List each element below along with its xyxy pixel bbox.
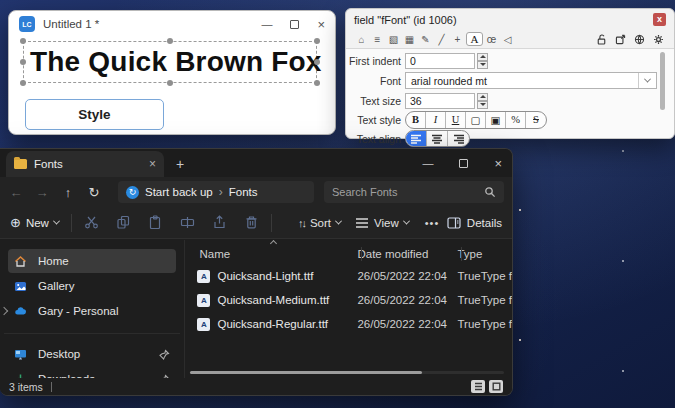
inspector-titlebar[interactable]: field "fFont" (id 1006) x bbox=[346, 9, 674, 30]
contents-icon[interactable]: ≡ bbox=[370, 34, 385, 45]
search-box[interactable] bbox=[324, 181, 504, 203]
file-row[interactable]: A Quicksand-Regular.ttf 26/05/2022 22:04… bbox=[185, 312, 512, 336]
delete-icon[interactable] bbox=[244, 215, 259, 230]
underline-button[interactable]: U bbox=[446, 112, 466, 128]
table-icon[interactable]: ▦ bbox=[402, 34, 417, 45]
sidebar-item-gallery[interactable]: Gallery bbox=[8, 274, 176, 298]
selection-handle[interactable] bbox=[314, 80, 320, 86]
send-icon[interactable] bbox=[612, 33, 628, 46]
horizontal-scrollbar[interactable] bbox=[190, 371, 504, 374]
bold-button[interactable]: B bbox=[406, 112, 426, 128]
selected-text-field[interactable]: The Quick Brown Fox bbox=[23, 41, 317, 83]
gallery-icon bbox=[14, 280, 29, 293]
inspector-close-button[interactable]: x bbox=[653, 13, 666, 26]
sidebar-item-onedrive[interactable]: Gary - Personal bbox=[8, 299, 176, 323]
explorer-tab-fonts[interactable]: Fonts × bbox=[6, 151, 164, 177]
folder-icon bbox=[14, 159, 27, 169]
colors-icon[interactable]: ▧ bbox=[386, 34, 401, 45]
inspector-scrollbar[interactable] bbox=[660, 52, 665, 110]
line-icon[interactable]: ╱ bbox=[434, 34, 449, 45]
details-button[interactable]: Details bbox=[447, 216, 502, 230]
gear-icon[interactable] bbox=[650, 33, 666, 46]
globe-icon[interactable] bbox=[631, 33, 647, 46]
box-style-button[interactable]: ▢ bbox=[466, 112, 486, 128]
font-combobox[interactable]: arial rounded mt bbox=[405, 72, 657, 89]
up-icon[interactable]: ↑ bbox=[60, 185, 76, 200]
sort-arrows-icon: ↑↓ bbox=[298, 217, 305, 229]
copy-icon[interactable] bbox=[116, 215, 131, 230]
minimize-icon[interactable]: — bbox=[422, 158, 433, 169]
selection-handle[interactable] bbox=[20, 38, 26, 44]
close-icon[interactable]: × bbox=[494, 157, 502, 170]
search-icon[interactable] bbox=[484, 186, 496, 198]
column-date-modified[interactable]: Date modified bbox=[357, 248, 457, 260]
rename-icon[interactable] bbox=[180, 215, 195, 230]
new-label: New bbox=[26, 217, 49, 229]
selection-handle[interactable] bbox=[20, 59, 26, 65]
new-button[interactable]: ⊕ New bbox=[10, 215, 59, 230]
selection-handle[interactable] bbox=[314, 59, 320, 65]
text-properties-tab[interactable]: A bbox=[466, 32, 483, 46]
code-icon[interactable]: œ bbox=[484, 34, 499, 45]
sidebar-item-label: Desktop bbox=[38, 348, 80, 360]
breadcrumb-folder[interactable]: Fonts bbox=[229, 186, 258, 198]
sidebar-item-home[interactable]: Home bbox=[8, 249, 176, 273]
back-icon[interactable]: ← bbox=[8, 185, 24, 200]
paste-icon[interactable] bbox=[148, 215, 163, 230]
new-tab-button[interactable]: + bbox=[176, 151, 184, 177]
breadcrumb[interactable]: ↻ Start back up › Fonts bbox=[118, 181, 314, 203]
threed-box-button[interactable]: ▣ bbox=[486, 112, 506, 128]
selection-handle[interactable] bbox=[20, 80, 26, 86]
home-icon[interactable]: ⌂ bbox=[354, 34, 369, 45]
forward-icon[interactable]: → bbox=[34, 185, 50, 200]
large-icons-view-toggle[interactable] bbox=[489, 380, 503, 393]
maximize-icon[interactable] bbox=[459, 159, 468, 168]
refresh-icon[interactable]: ↻ bbox=[86, 185, 102, 200]
details-view-toggle[interactable] bbox=[471, 380, 485, 393]
scrollbar-thumb[interactable] bbox=[190, 371, 422, 374]
chevron-expand-icon[interactable] bbox=[0, 307, 8, 315]
font-file-icon: A bbox=[197, 294, 210, 307]
more-options-button[interactable]: ••• bbox=[425, 217, 440, 229]
livecode-app-icon: LC bbox=[19, 16, 35, 32]
file-date: 26/05/2022 22:04 bbox=[357, 318, 457, 330]
text-size-input[interactable]: 36 bbox=[405, 93, 475, 109]
link-style-button[interactable]: % bbox=[506, 112, 526, 128]
first-indent-stepper[interactable] bbox=[477, 53, 488, 69]
font-file-icon: A bbox=[197, 318, 210, 331]
italic-button[interactable]: I bbox=[426, 112, 446, 128]
file-row[interactable]: A Quicksand-Light.ttf 26/05/2022 22:04 T… bbox=[185, 264, 512, 288]
text-size-stepper[interactable] bbox=[477, 93, 488, 109]
livecode-titlebar[interactable]: LC Untitled 1 * — × bbox=[9, 11, 335, 37]
selection-handle[interactable] bbox=[167, 80, 173, 86]
align-left-button[interactable] bbox=[406, 131, 427, 146]
strikeout-button[interactable]: S bbox=[526, 112, 546, 128]
cut-icon[interactable] bbox=[84, 215, 99, 230]
style-button[interactable]: Style bbox=[25, 99, 164, 130]
tab-close-icon[interactable]: × bbox=[149, 157, 156, 171]
share-icon[interactable] bbox=[212, 215, 227, 230]
align-center-button[interactable] bbox=[427, 131, 448, 146]
column-type[interactable]: Type bbox=[457, 248, 512, 260]
position-icon[interactable]: + bbox=[450, 34, 465, 45]
sound-icon[interactable]: ◁ bbox=[500, 34, 515, 45]
selection-handle[interactable] bbox=[167, 38, 173, 44]
maximize-icon[interactable] bbox=[290, 20, 299, 29]
close-icon[interactable]: × bbox=[317, 18, 325, 31]
pencil-icon[interactable]: ✎ bbox=[418, 34, 433, 45]
align-right-button[interactable] bbox=[448, 131, 469, 146]
sidebar-item-label: Gary - Personal bbox=[38, 305, 119, 317]
breadcrumb-device[interactable]: Start back up bbox=[145, 186, 213, 198]
first-indent-input[interactable]: 0 bbox=[405, 53, 475, 69]
selection-handle[interactable] bbox=[314, 38, 320, 44]
view-button[interactable]: View bbox=[355, 216, 409, 230]
column-name[interactable]: Name bbox=[185, 248, 357, 260]
search-input[interactable] bbox=[332, 186, 484, 198]
unlock-icon[interactable] bbox=[593, 33, 609, 46]
sort-button[interactable]: ↑↓ Sort bbox=[298, 217, 341, 229]
minimize-icon[interactable]: — bbox=[261, 19, 272, 30]
file-row[interactable]: A Quicksand-Medium.ttf 26/05/2022 22:04 … bbox=[185, 288, 512, 312]
sidebar-item-desktop[interactable]: Desktop bbox=[8, 342, 176, 366]
file-type: TrueType f bbox=[457, 294, 512, 306]
chevron-down-icon[interactable] bbox=[638, 73, 656, 88]
